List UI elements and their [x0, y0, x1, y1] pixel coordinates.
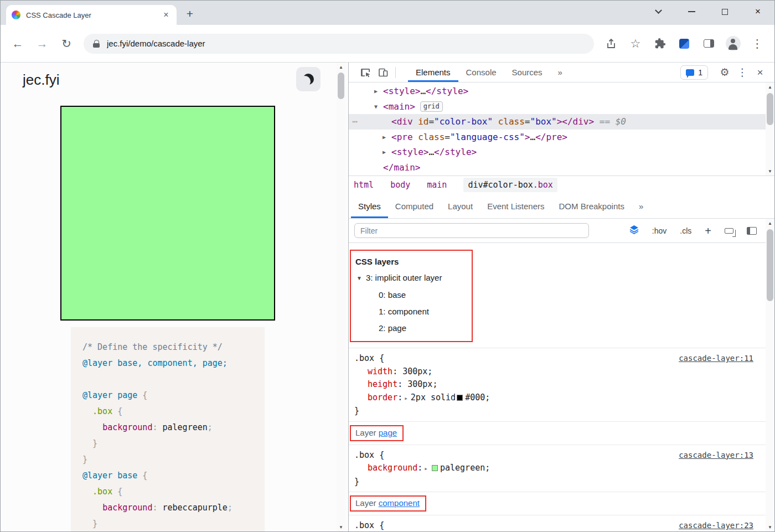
breadcrumb-item[interactable]: body — [390, 180, 410, 190]
style-source-link[interactable]: cascade-layer:11 — [679, 352, 753, 365]
breadcrumb-item[interactable]: html — [354, 180, 374, 190]
new-style-rule-button[interactable]: + — [705, 226, 711, 235]
layer-name-link[interactable]: component — [379, 498, 420, 508]
tab-close-icon[interactable]: × — [161, 10, 171, 20]
devtools-settings-button[interactable]: ⚙ — [716, 64, 733, 81]
collapsed-arrow-icon[interactable]: ▶ — [383, 130, 386, 145]
rule-selector-line[interactable]: cascade-layer:11.box { — [354, 352, 753, 365]
devtools-menu-button[interactable]: ⋮ — [733, 64, 751, 81]
dom-tree-row[interactable]: </main> — [349, 160, 766, 175]
layer-name-link[interactable]: page — [379, 428, 397, 437]
dom-tree-row[interactable]: ▶<style>…</style> — [349, 84, 766, 99]
layer-tree-item[interactable]: 2: page — [355, 320, 467, 337]
tab-styles[interactable]: Styles — [351, 194, 388, 218]
moon-icon — [303, 74, 314, 85]
layer-tree-item[interactable]: 0: base — [355, 287, 467, 303]
page-scrollbar[interactable]: ▲ ▼ — [337, 63, 345, 531]
scrollbar-thumb[interactable] — [767, 93, 773, 125]
scroll-down-button[interactable]: ▼ — [766, 523, 774, 531]
tab--[interactable]: » — [550, 63, 570, 82]
tab-event-listeners[interactable]: Event Listeners — [480, 194, 551, 218]
dark-mode-toggle[interactable] — [296, 67, 321, 91]
dom-tree-row[interactable]: ▼<main>grid — [349, 99, 766, 115]
url-text[interactable]: jec.fyi/demo/cascade-layer — [107, 39, 205, 48]
css-declaration[interactable]: height: 300px; — [354, 378, 753, 391]
dom-tree-row[interactable]: ▶<pre class="language-css">…</pre> — [349, 130, 766, 145]
rendering-emulation-button[interactable] — [725, 228, 733, 234]
css-layers-section: CSS layers▼3: implicit outer layer0: bas… — [349, 243, 766, 348]
bookmark-button[interactable]: ☆ — [624, 32, 647, 55]
collapsed-arrow-icon[interactable]: ▶ — [383, 144, 386, 160]
scrollbar-thumb[interactable] — [767, 229, 773, 301]
browser-menu-button[interactable]: ⋮ — [746, 32, 769, 55]
tab-console[interactable]: Console — [458, 63, 504, 82]
maximize-button[interactable] — [708, 1, 741, 23]
row-menu-ellipsis-icon[interactable]: ⋯ — [352, 114, 358, 130]
device-toolbar-button[interactable] — [374, 64, 392, 81]
tab-computed[interactable]: Computed — [388, 194, 441, 218]
inspect-element-button[interactable] — [356, 64, 374, 81]
tab-elements[interactable]: Elements — [408, 63, 458, 82]
new-tab-button[interactable]: + — [182, 6, 198, 22]
dom-tree-scrollbar[interactable]: ▲ ▼ — [766, 82, 774, 175]
scroll-up-button[interactable]: ▲ — [766, 219, 774, 228]
reload-button[interactable]: ↻ — [55, 32, 78, 55]
scrollbar-thumb[interactable] — [338, 73, 344, 99]
styles-scrollbar[interactable]: ▲ ▼ — [766, 219, 774, 531]
back-arrow-icon: ← — [12, 37, 24, 50]
grid-badge[interactable]: grid — [420, 101, 443, 112]
dom-tree-row[interactable]: ▶<style>…</style> — [349, 144, 766, 160]
toggle-element-state-button[interactable]: :hov — [652, 226, 666, 235]
css-declaration[interactable]: width: 300px; — [354, 365, 753, 379]
site-logo[interactable]: jec.fyi — [23, 71, 59, 89]
color-swatch[interactable] — [432, 465, 438, 471]
collapsed-arrow-icon[interactable]: ▶ — [374, 84, 378, 99]
scroll-down-button[interactable]: ▼ — [766, 167, 774, 175]
profile-button[interactable] — [721, 32, 745, 55]
layer-tree-item[interactable]: 1: component — [355, 303, 467, 320]
element-classes-button[interactable]: .cls — [680, 226, 691, 235]
issues-badge[interactable]: 1 — [680, 65, 708, 80]
layer-tree-root[interactable]: ▼3: implicit outer layer — [355, 270, 467, 287]
color-swatch[interactable] — [457, 395, 463, 401]
forward-button[interactable]: → — [30, 32, 54, 55]
styles-filter-input[interactable] — [354, 223, 589, 238]
expand-value-icon[interactable]: ▸ — [424, 465, 428, 472]
scroll-up-button[interactable]: ▲ — [337, 63, 345, 71]
rule-selector-line[interactable]: cascade-layer:13.box { — [354, 449, 753, 462]
css-layers-toggle-button[interactable] — [629, 225, 639, 236]
breadcrumb-item[interactable]: div#color-box.box — [463, 178, 557, 192]
expanded-arrow-icon[interactable]: ▼ — [356, 275, 362, 281]
side-panel-button[interactable] — [697, 32, 720, 55]
style-source-link[interactable]: cascade-layer:13 — [679, 449, 753, 462]
style-source-link[interactable]: cascade-layer:23 — [679, 519, 753, 531]
lock-icon[interactable] — [92, 39, 100, 48]
back-button[interactable]: ← — [6, 32, 29, 55]
breadcrumb-item[interactable]: main — [427, 180, 447, 190]
code-line: /* Define the specificity */ — [82, 339, 265, 355]
css-declaration[interactable]: background:▸palegreen; — [354, 462, 753, 476]
extensions-button[interactable] — [648, 32, 671, 55]
tab-dom-breakpoints[interactable]: DOM Breakpoints — [552, 194, 632, 218]
minimize-button[interactable] — [675, 1, 708, 23]
devtools-close-button[interactable]: × — [751, 64, 769, 81]
share-button[interactable] — [600, 32, 623, 55]
window-close-button[interactable]: × — [741, 1, 774, 23]
css-declaration[interactable]: border:▸2px solid#000; — [354, 391, 753, 405]
extension-action-button[interactable] — [673, 32, 696, 55]
tab-sources[interactable]: Sources — [504, 63, 550, 82]
rule-selector-line[interactable]: cascade-layer:23.box { — [354, 519, 753, 531]
tab--[interactable]: » — [632, 194, 650, 218]
scroll-down-button[interactable]: ▼ — [337, 523, 345, 531]
kebab-menu-icon: ⋮ — [752, 37, 763, 50]
computed-sidebar-toggle-button[interactable] — [747, 227, 757, 235]
scroll-up-button[interactable]: ▲ — [766, 82, 774, 91]
address-bar[interactable]: jec.fyi/demo/cascade-layer — [84, 34, 594, 54]
tab-search-button[interactable] — [642, 1, 675, 23]
expand-value-icon[interactable]: ▸ — [404, 395, 408, 402]
dom-tree-row[interactable]: ⋯<div id="color-box" class="box"></div> … — [349, 114, 766, 130]
styles-pane: CSS layers▼3: implicit outer layer0: bas… — [349, 243, 766, 531]
browser-tab[interactable]: CSS Cascade Layer × — [6, 5, 177, 25]
tab-layout[interactable]: Layout — [441, 194, 480, 218]
expanded-arrow-icon[interactable]: ▼ — [374, 99, 378, 115]
